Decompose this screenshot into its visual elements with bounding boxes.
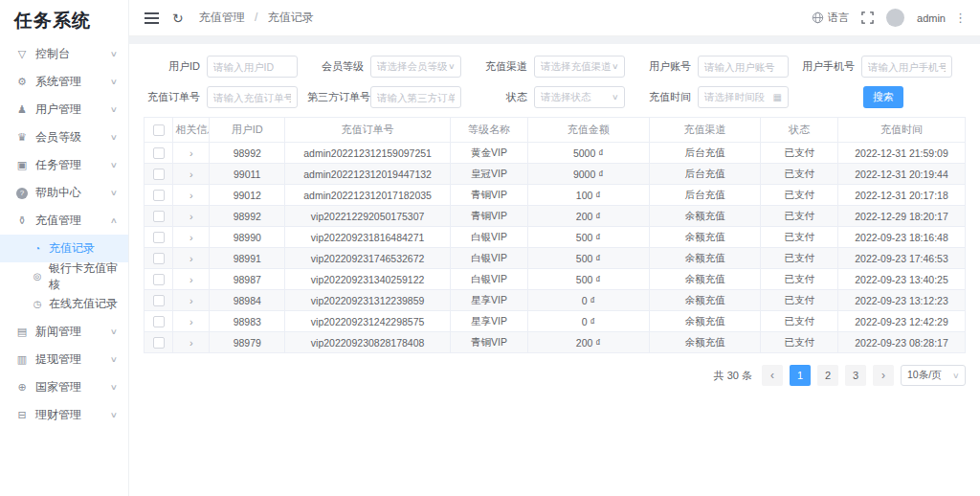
search-button[interactable]: 搜索 — [863, 86, 903, 108]
row-checkbox[interactable] — [153, 295, 165, 306]
avatar[interactable] — [886, 9, 904, 27]
cell-level: 白银VIP — [451, 248, 528, 269]
cell-user_id: 99012 — [210, 185, 285, 206]
hamburger-menu-icon[interactable] — [145, 12, 159, 14]
filter-label: 用户手机号 — [798, 59, 861, 74]
row-select-cell — [145, 143, 173, 164]
cell-level: 星享VIP — [451, 290, 528, 311]
page-size-value: 10条/页 — [907, 369, 942, 382]
filter-field-user-id: 用户ID — [144, 56, 307, 78]
sidebar-item-label: 提现管理 — [35, 351, 81, 368]
username: admin — [917, 12, 946, 24]
row-checkbox[interactable] — [153, 190, 165, 201]
filter-label: 会员等级 — [307, 59, 370, 74]
filter-bar: 用户ID会员等级请选择会员等级∨充值渠道请选择充值渠道∨用户账号用户手机号充值订… — [144, 56, 966, 108]
expand-row-icon[interactable]: › — [189, 295, 193, 306]
pagination-page-3[interactable]: 3 — [845, 365, 866, 386]
sidebar-item-online-recharge-records[interactable]: ◷在线充值记录 — [0, 290, 128, 318]
row-select-cell — [145, 206, 173, 227]
table-row: ›98983vip202209231242298575星享VIP0 ₫余额充值已… — [145, 311, 966, 332]
cell-level: 青铜VIP — [451, 332, 528, 353]
expand-row-icon[interactable]: › — [189, 316, 193, 327]
cell-order_no: vip202209231340259122 — [285, 269, 451, 290]
sidebar-item-tasks[interactable]: ▣任务管理∨ — [0, 151, 128, 179]
sidebar-item-recharge[interactable]: ⚱充值管理∧ — [0, 207, 128, 235]
user-id-input[interactable] — [207, 56, 298, 78]
table-row: ›98992admin202212312159097251黄金VIP5000 ₫… — [145, 143, 966, 164]
row-checkbox[interactable] — [153, 253, 165, 264]
sidebar-item-system[interactable]: ⚙系统管理∨ — [0, 68, 128, 96]
language-switcher[interactable]: 语言 — [812, 11, 849, 25]
clipboard-icon: ▣ — [14, 159, 30, 171]
row-checkbox[interactable] — [153, 316, 165, 327]
filter-label: 充值渠道 — [471, 59, 534, 74]
pagination-prev-button[interactable]: ‹ — [762, 365, 783, 386]
user-phone-input[interactable] — [861, 56, 952, 78]
breadcrumb: 充值管理 / 充值记录 — [199, 10, 314, 26]
expand-row-icon[interactable]: › — [189, 337, 193, 349]
status-select[interactable]: 请选择状态∨ — [534, 86, 625, 108]
refresh-icon[interactable]: ↻ — [172, 11, 184, 26]
cell-user_id: 98991 — [210, 248, 285, 269]
filter-field-status: 状态请选择状态∨ — [471, 86, 635, 108]
row-expand-cell: › — [173, 332, 210, 353]
expand-row-icon[interactable]: › — [189, 211, 193, 222]
sidebar-item-bank-card-audit[interactable]: ◎银行卡充值审核 — [0, 262, 128, 290]
row-checkbox[interactable] — [153, 232, 165, 243]
sidebar-item-withdraw[interactable]: ▥提现管理∨ — [0, 346, 128, 373]
chevron-down-icon: ∨ — [110, 327, 118, 336]
filter-field-recharge-channel: 充值渠道请选择充值渠道∨ — [471, 56, 635, 78]
recharge-order-no-input[interactable] — [207, 86, 298, 108]
cell-user_id: 98992 — [210, 143, 285, 164]
sidebar-item-news[interactable]: ▤新闻管理∨ — [0, 318, 128, 346]
cell-user_id: 98979 — [210, 332, 285, 353]
pagination-pages: 123 — [790, 365, 866, 386]
sidebar-nav: ▽控制台∨⚙系统管理∨♟用户管理∨♛会员等级∨▣任务管理∨?帮助中心∨⚱充值管理… — [0, 40, 128, 429]
expand-row-icon[interactable]: › — [189, 169, 193, 180]
expand-row-icon[interactable]: › — [189, 232, 193, 243]
select-all-header — [145, 118, 173, 143]
pagination-next-button[interactable]: › — [873, 365, 894, 386]
expand-row-icon[interactable]: › — [189, 190, 193, 201]
member-level-select[interactable]: 请选择会员等级∨ — [370, 56, 461, 78]
sidebar-item-member-levels[interactable]: ♛会员等级∨ — [0, 124, 128, 151]
row-checkbox[interactable] — [153, 337, 165, 349]
cell-status: 已支付 — [761, 269, 838, 290]
sidebar-item-country[interactable]: ⊕国家管理∨ — [0, 373, 128, 401]
page-size-select[interactable]: 10条/页 ∨ — [901, 365, 966, 386]
sidebar-item-help-center[interactable]: ?帮助中心∨ — [0, 179, 128, 207]
cell-status: 已支付 — [761, 143, 838, 164]
sidebar-item-console[interactable]: ▽控制台∨ — [0, 40, 128, 68]
sidebar-item-finance[interactable]: ⊟理财管理∨ — [0, 401, 128, 429]
more-menu-icon[interactable]: ⋮ — [954, 11, 967, 25]
row-select-cell — [145, 290, 173, 311]
filter-row: 充值订单号第三方订单号状态请选择状态∨充值时间请选择时间段▦搜索 — [144, 86, 966, 108]
cell-time: 2022-09-23 08:28:17 — [838, 332, 966, 353]
user-account-input[interactable] — [698, 56, 789, 78]
pagination-page-1[interactable]: 1 — [790, 365, 811, 386]
sidebar-item-recharge-records[interactable]: ◔充值记录 — [0, 235, 128, 262]
row-checkbox[interactable] — [153, 211, 165, 222]
expand-row-icon[interactable]: › — [189, 274, 193, 285]
row-checkbox[interactable] — [153, 169, 165, 180]
fullscreen-icon[interactable] — [861, 11, 874, 24]
pagination-page-2[interactable]: 2 — [817, 365, 838, 386]
expand-row-icon[interactable]: › — [189, 253, 193, 264]
breadcrumb-parent[interactable]: 充值管理 — [199, 11, 245, 24]
cell-user_id: 98987 — [210, 269, 285, 290]
filter-field-recharge-order-no: 充值订单号 — [144, 86, 307, 108]
breadcrumb-separator: / — [255, 11, 257, 24]
recharge-time-date-picker[interactable]: 请选择时间段▦ — [698, 86, 789, 108]
select-all-checkbox[interactable] — [153, 124, 165, 136]
filter-label: 充值订单号 — [144, 90, 207, 104]
sidebar-item-users[interactable]: ♟用户管理∨ — [0, 96, 128, 124]
row-checkbox[interactable] — [153, 274, 165, 285]
row-checkbox[interactable] — [153, 147, 165, 159]
filter-field-third-party-order-no: 第三方订单号 — [307, 86, 471, 108]
filter-row: 用户ID会员等级请选择会员等级∨充值渠道请选择充值渠道∨用户账号用户手机号 — [144, 56, 966, 78]
cell-user_id: 98983 — [210, 311, 285, 332]
expand-row-icon[interactable]: › — [189, 147, 193, 159]
recharge-channel-select[interactable]: 请选择充值渠道∨ — [534, 56, 625, 78]
third-party-order-no-input[interactable] — [370, 86, 461, 108]
user-icon: ♟ — [14, 103, 30, 116]
